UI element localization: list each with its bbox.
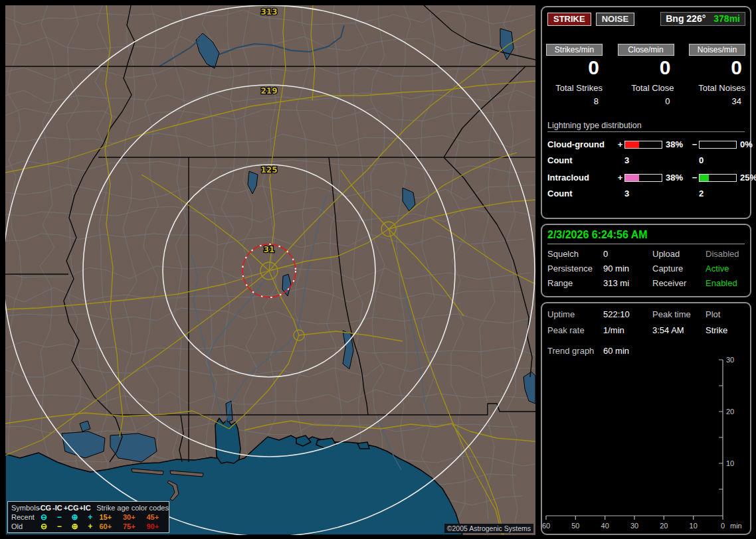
bearing-distance: 378mi bbox=[713, 13, 740, 24]
trend-graph-row: Trend graph 60 min bbox=[547, 346, 745, 356]
legend-col-plus-cg: +CG bbox=[64, 504, 79, 512]
intracloud-row: Intracloud + 38% − 25% bbox=[547, 173, 745, 183]
y-tick-30: 30 bbox=[726, 356, 734, 364]
peak-time-value: 3:54 AM bbox=[652, 325, 706, 335]
minus-sign: − bbox=[690, 173, 699, 183]
receiver-label: Receiver bbox=[652, 278, 706, 288]
legend-col-minus-cg: -CG bbox=[38, 504, 51, 512]
ic-minus-bar bbox=[699, 174, 737, 182]
range-label: Range bbox=[547, 278, 603, 288]
mode-button-row: STRIKE NOISE Bng 226° 378mi bbox=[547, 12, 745, 26]
total-close-value: 0 bbox=[618, 96, 674, 106]
rate-counters: Strikes/min 0 Total Strikes 8 Close/min … bbox=[542, 44, 750, 106]
status-row: Range 313 mi Receiver Enabled bbox=[547, 278, 745, 288]
close-per-min-label: Close/min bbox=[618, 44, 674, 56]
noises-per-min-label: Noises/min bbox=[689, 44, 745, 56]
bearing-display: Bng 226° 378mi bbox=[660, 12, 745, 26]
legend-col-minus-ic: -IC bbox=[51, 504, 64, 512]
legend-symbols-header: Symbols bbox=[11, 504, 38, 512]
radar-map[interactable]: 313 219 125 31 Symbols -CG -IC +CG +IC S… bbox=[5, 5, 535, 535]
squelch-value: 0 bbox=[603, 249, 652, 259]
plus-cg-old-icon: ⊕ bbox=[67, 522, 82, 531]
age-90: 90+ bbox=[145, 522, 169, 530]
copyright-notice: ©2005 Astrogenic Systems bbox=[444, 524, 533, 533]
total-noises-label: Total Noises bbox=[689, 83, 745, 93]
app-window: 313 219 125 31 Symbols -CG -IC +CG +IC S… bbox=[0, 0, 756, 539]
datetime-display: 2/3/2026 6:24:56 AM bbox=[547, 229, 745, 244]
ic-minus-bar-fill bbox=[700, 175, 709, 181]
bearing-value: Bng 226° bbox=[666, 13, 706, 24]
legend-col-plus-ic: +IC bbox=[79, 504, 92, 512]
upload-status: Disabled bbox=[706, 249, 745, 259]
map-legend: Symbols -CG -IC +CG +IC Strike age color… bbox=[7, 501, 169, 533]
persistence-label: Persistence bbox=[547, 264, 603, 273]
ring-label-125: 125 bbox=[260, 165, 277, 175]
x-axis-unit: min bbox=[730, 522, 742, 530]
close-per-min-value: 0 bbox=[618, 57, 674, 78]
persistence-value: 90 min bbox=[603, 264, 652, 273]
age-15: 15+ bbox=[98, 513, 122, 521]
peak-time-label: Peak time bbox=[652, 309, 706, 319]
ic-plus-pct: 38% bbox=[662, 173, 690, 183]
count-label: Count bbox=[547, 155, 616, 165]
trend-panel: Uptime 522:10 Peak time Plot Peak rate 1… bbox=[541, 302, 751, 535]
total-noises-value: 34 bbox=[689, 96, 745, 106]
legend-recent-row: Recent ⊖ − ⊕ + 15+ 30+ 45+ bbox=[11, 512, 169, 522]
cloud-ground-count-row: Count 3 0 bbox=[547, 155, 745, 165]
plus-ic-recent-icon: + bbox=[82, 512, 98, 522]
strike-mode-button[interactable]: STRIKE bbox=[547, 13, 591, 26]
noises-per-min-value: 0 bbox=[689, 57, 745, 78]
legend-header-row: Symbols -CG -IC +CG +IC Strike age color… bbox=[11, 503, 169, 512]
minus-ic-recent-icon: − bbox=[52, 512, 67, 522]
minus-cg-recent-icon: ⊖ bbox=[36, 512, 51, 522]
uptime-label: Uptime bbox=[547, 309, 603, 319]
x-tick-50: 50 bbox=[571, 522, 579, 530]
legend-old-label: Old bbox=[11, 522, 36, 530]
peak-rate-row: Peak rate 1/min 3:54 AM Strike bbox=[547, 325, 745, 335]
peak-rate-value: 1/min bbox=[603, 325, 652, 335]
upload-label: Upload bbox=[652, 249, 706, 259]
plus-sign: + bbox=[616, 139, 624, 149]
strikes-per-min-value: 0 bbox=[546, 57, 603, 78]
intracloud-count-row: Count 3 2 bbox=[547, 189, 745, 198]
x-tick-40: 40 bbox=[601, 522, 609, 530]
minus-cg-old-icon: ⊖ bbox=[36, 522, 51, 531]
ic-plus-bar bbox=[624, 174, 662, 182]
receiver-status: Enabled bbox=[706, 278, 745, 288]
trend-graph: 30 20 10 60 50 40 30 20 10 0 min bbox=[542, 303, 750, 534]
x-tick-30: 30 bbox=[630, 522, 638, 530]
x-tick-20: 20 bbox=[660, 522, 668, 530]
age-60: 60+ bbox=[98, 522, 122, 530]
status-panel: 2/3/2026 6:24:56 AM Squelch 0 Upload Dis… bbox=[541, 224, 751, 297]
intracloud-label: Intracloud bbox=[547, 173, 616, 183]
trend-graph-value: 60 min bbox=[603, 346, 652, 356]
close-counter: Close/min 0 Total Close 0 bbox=[618, 44, 674, 106]
map-canvas: 313 219 125 31 bbox=[5, 5, 535, 535]
uptime-row: Uptime 522:10 Peak time Plot bbox=[547, 309, 745, 319]
plus-cg-recent-icon: ⊕ bbox=[67, 512, 82, 522]
capture-status: Active bbox=[706, 264, 745, 273]
age-30: 30+ bbox=[122, 513, 145, 521]
cg-plus-count: 3 bbox=[624, 155, 662, 165]
x-tick-10: 10 bbox=[690, 522, 698, 530]
status-row: Squelch 0 Upload Disabled bbox=[547, 249, 745, 259]
total-strikes-value: 8 bbox=[546, 96, 603, 106]
x-tick-60: 60 bbox=[542, 522, 550, 530]
state-borders bbox=[5, 5, 535, 462]
ic-plus-count: 3 bbox=[624, 189, 662, 198]
ic-plus-bar-fill bbox=[625, 175, 639, 181]
total-close-label: Total Close bbox=[618, 83, 674, 93]
cg-minus-count: 0 bbox=[699, 155, 737, 165]
legend-recent-label: Recent bbox=[11, 513, 36, 521]
total-strikes-label: Total Strikes bbox=[546, 83, 603, 93]
cloud-ground-row: Cloud-ground + 38% − 0% bbox=[547, 139, 745, 149]
ring-label-219: 219 bbox=[260, 86, 277, 96]
minus-ic-old-icon: − bbox=[52, 522, 67, 531]
plot-label: Plot bbox=[706, 309, 745, 319]
noise-mode-button[interactable]: NOISE bbox=[596, 13, 634, 26]
cg-plus-bar-fill bbox=[625, 141, 639, 148]
cloud-ground-label: Cloud-ground bbox=[547, 139, 616, 149]
legend-age-header: Strike age color codes bbox=[91, 504, 169, 512]
range-value: 313 mi bbox=[603, 278, 652, 288]
uptime-value: 522:10 bbox=[603, 309, 652, 319]
